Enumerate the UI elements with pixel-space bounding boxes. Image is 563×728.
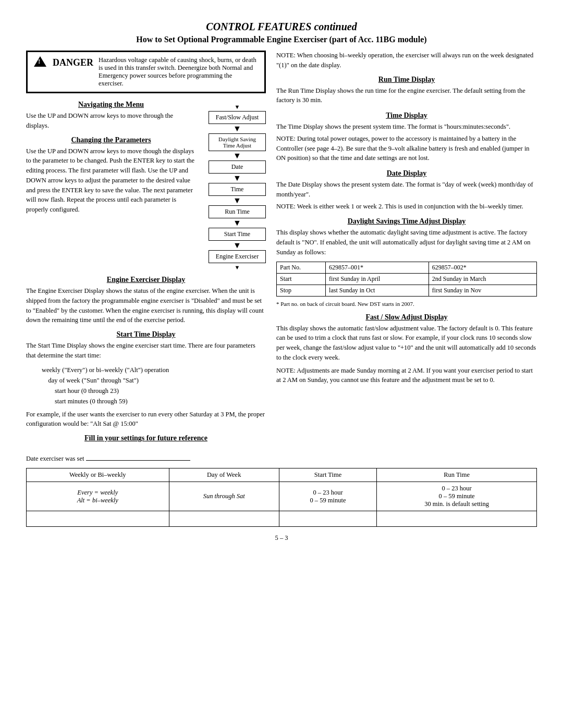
- run-time-text: The Run Time Display shows the run time …: [276, 86, 537, 106]
- fast-slow-section: Fast / Slow Adjust Display This display …: [276, 313, 537, 386]
- flow-box-date: Date: [209, 161, 266, 174]
- time-display-note: NOTE: During total power outages, power …: [276, 134, 537, 163]
- ref-starttime-hour: 0 – 23 hour: [313, 489, 342, 496]
- ref-row2-col4: [377, 511, 537, 527]
- flow-box-daylightsaving: Daylight SavingTime Adjust: [209, 133, 266, 151]
- flow-box-fastslowadj: Fast/Slow Adjust: [209, 111, 266, 124]
- flow-box-runtime: Run Time: [209, 205, 266, 218]
- daylight-savings-text: This display shows whether the automatic…: [276, 228, 537, 257]
- fill-reference-heading: Fill in your settings for future referen…: [26, 434, 266, 442]
- main-title: CONTROL FEATURES continued: [26, 21, 537, 33]
- danger-text: Hazardous voltage capable of causing sho…: [99, 56, 258, 88]
- fast-slow-heading: Fast / Slow Adjust Display: [276, 313, 537, 322]
- danger-box: DANGER Hazardous voltage capable of caus…: [26, 51, 266, 93]
- danger-label: DANGER: [34, 56, 93, 69]
- ref-row-runtime-val: 0 – 23 hour 0 – 59 minute 30 min. is def…: [377, 482, 537, 511]
- dst-table: Part No. 629857–001* 629857–002* Start f…: [276, 262, 537, 297]
- flow-arrow-1: ▼: [233, 125, 241, 133]
- page-number: 5 – 3: [26, 534, 537, 542]
- start-time-intro: The Start Time Display shows the engine …: [26, 341, 266, 361]
- flow-box-engineex: Engine Exerciser: [209, 250, 266, 263]
- run-time-heading: Run Time Display: [276, 76, 537, 84]
- dst-col-629857-002: 629857–002*: [429, 262, 536, 273]
- dst-row-stop-002: first Sunday in Nov: [429, 285, 536, 296]
- ref-row2-col2: [169, 511, 279, 527]
- ref-sun-sat: Sun through Sat: [203, 492, 245, 500]
- time-display-heading: Time Display: [276, 112, 537, 120]
- start-time-section: Start Time Display The Start Time Displa…: [26, 330, 266, 429]
- ref-col-weekly: Weekly or Bi–weekly: [27, 468, 169, 482]
- dst-row-start-label: Start: [277, 273, 326, 285]
- flow-arrow-3: ▼: [233, 174, 241, 182]
- date-display-section: Date Display The Date Display shows the …: [276, 169, 537, 211]
- time-display-text: The Time Display shows the present syste…: [276, 122, 537, 132]
- start-time-heading: Start Time Display: [26, 330, 266, 339]
- engine-exerciser-heading: Engine Exerciser Display: [26, 276, 266, 284]
- changing-params-text: Use the UP and DOWN arrow keys to move t…: [26, 146, 196, 215]
- ref-col-starttime: Start Time: [279, 468, 376, 482]
- sub-title: How to Set Optional Programmable Engine …: [26, 35, 537, 44]
- dst-col-629857-001: 629857–001*: [326, 262, 429, 273]
- fast-slow-note: NOTE: Adjustments are made Sunday mornin…: [276, 366, 537, 386]
- ref-runtime-hour: 0 – 23 hour: [442, 485, 471, 492]
- daylight-savings-heading: Daylight Savings Time Adjust Display: [276, 217, 537, 226]
- engine-exerciser-text: The Engine Exerciser Display shows the s…: [26, 286, 266, 325]
- flow-arrow-6: ▼: [233, 241, 241, 250]
- dst-row-start-001: first Sunday in April: [326, 273, 429, 285]
- fill-reference-section: Fill in your settings for future referen…: [26, 434, 266, 442]
- changing-params-section: Changing the Parameters Use the UP and D…: [26, 136, 196, 215]
- ref-runtime-min: 0 – 59 minute: [439, 492, 475, 500]
- dst-row-stop-label: Stop: [277, 285, 326, 296]
- time-display-section: Time Display The Time Display shows the …: [276, 112, 537, 163]
- engine-exerciser-section: Engine Exerciser Display The Engine Exer…: [26, 276, 266, 325]
- changing-params-heading: Changing the Parameters: [26, 136, 196, 144]
- dst-footnote: * Part no. on back of circuit board. New…: [276, 301, 537, 307]
- date-line: Date exerciser was set: [26, 455, 537, 463]
- ref-starttime-min: 0 – 59 minute: [310, 497, 346, 504]
- date-underline: [86, 460, 190, 461]
- run-time-section: Run Time Display The Run Time Display sh…: [276, 76, 537, 106]
- flow-box-time: Time: [209, 183, 266, 196]
- ref-row-starttime-val: 0 – 23 hour 0 – 59 minute: [279, 482, 376, 511]
- ref-row2-col1: [27, 511, 169, 527]
- bottom-section: Date exerciser was set Weekly or Bi–week…: [26, 455, 537, 527]
- flow-arrow-5: ▼: [233, 219, 241, 227]
- dst-row-stop-001: last Sunday in Oct: [326, 285, 429, 296]
- start-time-example: For example, if the user wants the exerc…: [26, 410, 266, 429]
- date-display-text: The Date Display shows the present syste…: [276, 180, 537, 200]
- nav-menu-section: Navigating the Menu Use the UP and DOWN …: [26, 101, 196, 131]
- dst-col-partno: Part No.: [277, 262, 326, 273]
- ref-alt: Alt = bi–weekly: [77, 497, 118, 504]
- ref-col-dayofweek: Day of Week: [169, 468, 279, 482]
- start-time-params: weekly ("Every") or bi–weekly ("Alt") op…: [42, 365, 266, 406]
- nav-menu-text: Use the UP and DOWN arrow keys to move t…: [26, 111, 196, 131]
- date-display-heading: Date Display: [276, 169, 537, 178]
- fast-slow-text: This display shows the automatic fast/sl…: [276, 324, 537, 363]
- danger-title: DANGER: [53, 57, 93, 68]
- nav-menu-heading: Navigating the Menu: [26, 101, 196, 109]
- date-label: Date exerciser was set: [26, 455, 84, 462]
- ref-every: Every = weekly: [77, 489, 118, 496]
- flow-arrow-2: ▼: [233, 152, 241, 160]
- ref-row-weekly-val: Every = weekly Alt = bi–weekly: [27, 482, 169, 511]
- date-display-note: NOTE: Week is either week 1 or week 2. T…: [276, 202, 537, 212]
- ref-runtime-default: 30 min. is default setting: [424, 500, 489, 508]
- ref-row-dayofweek-val: Sun through Sat: [169, 482, 279, 511]
- daylight-savings-section: Daylight Savings Time Adjust Display Thi…: [276, 217, 537, 306]
- flow-arrow-4: ▼: [233, 196, 241, 205]
- biweekly-note: NOTE: When choosing bi–weekly operation,…: [276, 51, 537, 70]
- reference-table: Weekly or Bi–weekly Day of Week Start Ti…: [26, 468, 537, 527]
- dst-row-start-002: 2nd Sunday in March: [429, 273, 536, 285]
- flow-diagram: ▼ Fast/Slow Adjust ▼ Daylight SavingTime…: [209, 104, 266, 270]
- ref-col-runtime: Run Time: [377, 468, 537, 482]
- flow-box-starttime: Start Time: [209, 228, 266, 241]
- ref-row2-col3: [279, 511, 376, 527]
